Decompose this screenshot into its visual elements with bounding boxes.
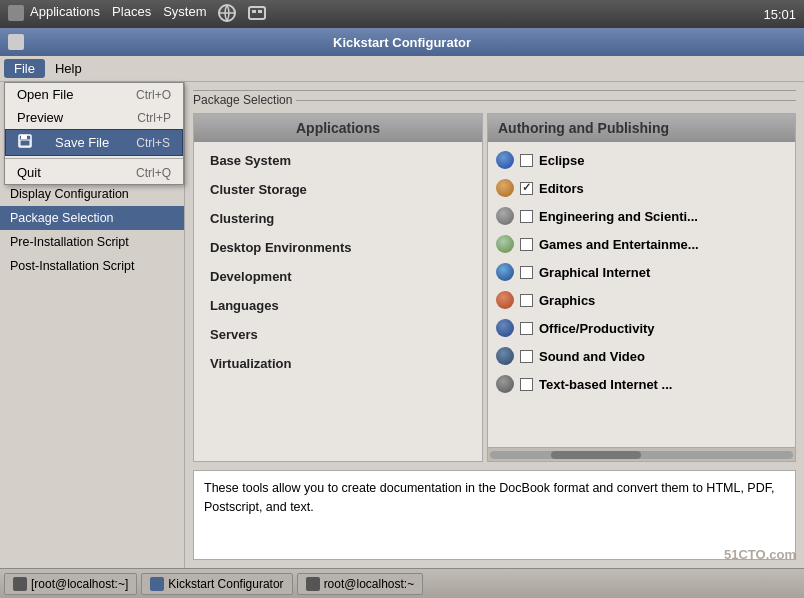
sidebar-item-display[interactable]: Display Configuration <box>0 182 184 206</box>
terminal-icon <box>13 577 27 591</box>
list-item[interactable]: Servers <box>194 320 482 349</box>
root-icon <box>306 577 320 591</box>
svg-rect-7 <box>21 135 27 139</box>
pkg-label: Graphical Internet <box>539 265 650 280</box>
system-bar: Applications Places System 15:01 <box>0 0 804 28</box>
pkg-checkbox[interactable] <box>520 266 533 279</box>
svg-rect-5 <box>258 10 262 13</box>
list-item[interactable]: Graphics <box>488 286 795 314</box>
pkg-checkbox[interactable] <box>520 294 533 307</box>
list-item[interactable]: Games and Entertainme... <box>488 230 795 258</box>
pkg-icon <box>496 375 514 393</box>
pkg-label: Editors <box>539 181 584 196</box>
left-panel-list[interactable]: Base System Cluster Storage Clustering D… <box>194 142 482 461</box>
pkg-label: Engineering and Scienti... <box>539 209 698 224</box>
apps-menu[interactable]: Applications <box>30 4 100 25</box>
taskbar-item-terminal[interactable]: [root@localhost:~] <box>4 573 137 595</box>
preview-item[interactable]: Preview Ctrl+P <box>5 106 183 129</box>
pkg-checkbox[interactable] <box>520 322 533 335</box>
list-item[interactable]: Cluster Storage <box>194 175 482 204</box>
save-file-item[interactable]: Save File Ctrl+S <box>5 129 183 156</box>
right-panel-list[interactable]: Eclipse Editors Engineering and Sc <box>488 142 795 447</box>
file-menu[interactable]: File <box>4 59 45 78</box>
list-item[interactable]: Editors <box>488 174 795 202</box>
pkg-icon <box>496 263 514 281</box>
list-item[interactable]: Text-based Internet ... <box>488 370 795 398</box>
pkg-label: Games and Entertainme... <box>539 237 699 252</box>
pkg-label: Text-based Internet ... <box>539 377 672 392</box>
pkg-icon <box>496 347 514 365</box>
right-panel: Authoring and Publishing Eclipse Edi <box>487 113 796 462</box>
svg-rect-8 <box>20 140 30 146</box>
taskbar-label-kickstart: Kickstart Configurator <box>168 577 283 591</box>
quit-item[interactable]: Quit Ctrl+Q <box>5 161 183 184</box>
sidebar-item-post[interactable]: Post-Installation Script <box>0 254 184 278</box>
list-item[interactable]: Graphical Internet <box>488 258 795 286</box>
title-bar: Kickstart Configurator <box>0 28 804 56</box>
open-file-shortcut: Ctrl+O <box>136 88 171 102</box>
menu-bar: File Help Open File Ctrl+O Preview Ctrl+… <box>0 56 804 82</box>
taskbar-item-root[interactable]: root@localhost:~ <box>297 573 424 595</box>
list-item[interactable]: Clustering <box>194 204 482 233</box>
list-item[interactable]: Virtualization <box>194 349 482 378</box>
pkg-icon <box>496 291 514 309</box>
pkg-icon <box>496 151 514 169</box>
taskbar-label-terminal: [root@localhost:~] <box>31 577 128 591</box>
quit-shortcut: Ctrl+Q <box>136 166 171 180</box>
pkg-checkbox[interactable] <box>520 210 533 223</box>
left-panel-header: Applications <box>194 114 482 142</box>
system-icon <box>8 5 24 24</box>
svg-rect-3 <box>249 7 265 19</box>
list-item[interactable]: Development <box>194 262 482 291</box>
pkg-checkbox[interactable] <box>520 182 533 195</box>
pkg-icon <box>496 319 514 337</box>
right-panel-header: Authoring and Publishing <box>488 114 795 142</box>
quit-label: Quit <box>17 165 41 180</box>
sidebar-item-packages[interactable]: Package Selection <box>0 206 184 230</box>
window-title: Kickstart Configurator <box>333 35 471 50</box>
pkg-checkbox[interactable] <box>520 378 533 391</box>
system-bar-right: 15:01 <box>763 7 796 22</box>
sidebar-item-pre[interactable]: Pre-Installation Script <box>0 230 184 254</box>
connect-icon <box>248 4 266 25</box>
taskbar: [root@localhost:~] Kickstart Configurato… <box>0 568 804 598</box>
pkg-checkbox[interactable] <box>520 154 533 167</box>
window-icon <box>8 34 24 50</box>
pkg-checkbox[interactable] <box>520 350 533 363</box>
list-item[interactable]: Base System <box>194 146 482 175</box>
list-item[interactable]: Office/Productivity <box>488 314 795 342</box>
main-window: Kickstart Configurator File Help Open Fi… <box>0 28 804 598</box>
package-panels: Applications Base System Cluster Storage… <box>193 113 796 462</box>
pkg-icon <box>496 207 514 225</box>
preview-shortcut: Ctrl+P <box>137 111 171 125</box>
open-file-item[interactable]: Open File Ctrl+O <box>5 83 183 106</box>
list-item[interactable]: Sound and Video <box>488 342 795 370</box>
list-item[interactable]: Desktop Environments <box>194 233 482 262</box>
watermark: 51CTO.com <box>724 547 796 562</box>
scrollbar-track[interactable] <box>490 451 793 459</box>
taskbar-item-kickstart[interactable]: Kickstart Configurator <box>141 573 292 595</box>
save-file-label: Save File <box>55 135 109 150</box>
content-area: Package Selection Applications Base Syst… <box>185 82 804 568</box>
section-title: Package Selection <box>193 90 796 107</box>
list-item[interactable]: Engineering and Scienti... <box>488 202 795 230</box>
pkg-icon <box>496 235 514 253</box>
pkg-checkbox[interactable] <box>520 238 533 251</box>
save-file-shortcut: Ctrl+S <box>136 136 170 150</box>
net-icon <box>218 4 236 25</box>
svg-rect-0 <box>8 5 24 21</box>
system-menu[interactable]: System <box>163 4 206 25</box>
scrollbar[interactable] <box>488 447 795 461</box>
scrollbar-thumb <box>551 451 642 459</box>
places-menu[interactable]: Places <box>112 4 151 25</box>
help-menu[interactable]: Help <box>45 59 92 78</box>
system-apps: Applications Places System <box>30 4 266 25</box>
pkg-label: Eclipse <box>539 153 585 168</box>
list-item[interactable]: Languages <box>194 291 482 320</box>
left-panel: Applications Base System Cluster Storage… <box>193 113 483 462</box>
save-file-icon <box>18 134 32 151</box>
pkg-icon <box>496 179 514 197</box>
pkg-label: Sound and Video <box>539 349 645 364</box>
clock: 15:01 <box>763 7 796 22</box>
list-item[interactable]: Eclipse <box>488 146 795 174</box>
